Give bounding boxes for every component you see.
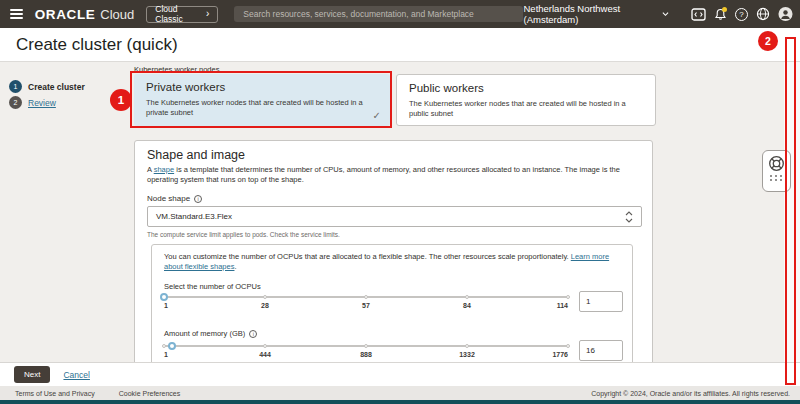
- worker-nodes-group-label: Kubernetes worker nodes: [134, 65, 219, 74]
- profile-avatar[interactable]: [778, 7, 793, 22]
- ocpu-slider[interactable]: [164, 292, 568, 301]
- top-navigation-bar: ORACLE Cloud Cloud Classic › Netherlands…: [0, 0, 800, 28]
- cancel-link[interactable]: Cancel: [63, 370, 89, 380]
- info-icon[interactable]: i: [249, 330, 257, 338]
- cloud-classic-label: Cloud Classic: [155, 4, 202, 24]
- memory-slider[interactable]: [164, 341, 568, 350]
- private-workers-description: The Kubernetes worker nodes that are cre…: [146, 98, 368, 117]
- select-chevrons-icon: [625, 210, 633, 226]
- page-title: Create cluster (quick): [16, 35, 178, 55]
- drag-handle-dots-icon[interactable]: [770, 175, 783, 181]
- region-selector[interactable]: Netherlands Northwest (Amsterdam): [523, 3, 668, 25]
- node-shape-select[interactable]: VM.Standard.E3.Flex: [147, 206, 642, 227]
- node-shape-value: VM.Standard.E3.Flex: [156, 212, 232, 221]
- chevron-right-icon: ›: [206, 10, 209, 18]
- notifications-bell-icon[interactable]: [714, 7, 727, 22]
- hamburger-menu-icon[interactable]: [10, 9, 23, 19]
- info-icon[interactable]: i: [194, 195, 202, 203]
- service-limit-note: The compute service limit applies to pod…: [147, 231, 340, 238]
- wizard-stepper: 1 Create cluster 2 Review: [9, 80, 85, 112]
- memory-slider-handle[interactable]: [168, 342, 176, 350]
- step-2-link[interactable]: Review: [28, 98, 56, 108]
- brand-cloud: Cloud: [100, 7, 134, 22]
- cloud-classic-button[interactable]: Cloud Classic ›: [146, 6, 218, 23]
- stepper-item-create-cluster[interactable]: 1 Create cluster: [9, 80, 85, 93]
- copyright-text: Copyright © 2024, Oracle and/or its affi…: [591, 390, 790, 397]
- wizard-action-bar: Next Cancel: [0, 362, 800, 386]
- topbar-right-controls: Netherlands Northwest (Amsterdam): [523, 3, 793, 25]
- flexible-shape-panel: You can customize the number of OCPUs th…: [151, 244, 633, 362]
- oracle-cloud-logo[interactable]: ORACLE Cloud: [35, 7, 135, 22]
- chevron-down-icon: [662, 11, 669, 17]
- private-workers-card[interactable]: Private workers The Kubernetes worker no…: [134, 74, 390, 126]
- ocpu-slider-handle[interactable]: [160, 293, 168, 301]
- flexible-shape-note: You can customize the number of OCPUs th…: [164, 252, 616, 272]
- terms-link[interactable]: Terms of Use and Privacy: [15, 390, 95, 397]
- language-globe-icon[interactable]: [756, 7, 770, 22]
- step-1-label: Create cluster: [28, 82, 85, 92]
- page-header: Create cluster (quick): [0, 28, 800, 62]
- next-button[interactable]: Next: [14, 366, 50, 383]
- node-shape-label: Node shape i: [147, 194, 202, 203]
- cookie-preferences-link[interactable]: Cookie Preferences: [119, 390, 180, 397]
- bottom-edge-strip: [0, 400, 800, 404]
- step-2-circle: 2: [9, 96, 22, 109]
- ocpu-slider-label: Select the number of OCPUs: [164, 282, 261, 291]
- memory-tick-labels: 1 444 888 1332 1776: [164, 351, 568, 360]
- stepper-item-review[interactable]: 2 Review: [9, 96, 85, 109]
- cloud-shell-icon[interactable]: [691, 7, 706, 22]
- search-input[interactable]: [234, 6, 523, 22]
- shape-and-image-section: Shape and image A shape is a template th…: [134, 140, 653, 362]
- memory-value-input[interactable]: [579, 340, 623, 361]
- ocpu-tick-labels: 1 28 57 84 114: [164, 302, 568, 311]
- support-chat-widget[interactable]: [762, 150, 791, 192]
- shape-section-title: Shape and image: [147, 148, 245, 162]
- public-workers-description: The Kubernetes worker nodes that are cre…: [409, 99, 633, 118]
- memory-slider-label: Amount of memory (GB) i: [164, 329, 257, 338]
- oracle-cloud-console: ORACLE Cloud Cloud Classic › Netherlands…: [0, 0, 800, 404]
- life-ring-icon: [768, 155, 785, 172]
- main-content: 1 Create cluster 2 Review Kubernetes wor…: [0, 62, 800, 362]
- shape-link[interactable]: shape: [154, 165, 174, 174]
- ocpu-value-input[interactable]: [579, 291, 623, 312]
- region-label: Netherlands Northwest (Amsterdam): [523, 3, 657, 25]
- help-icon[interactable]: ?: [735, 7, 748, 22]
- page-footer: Terms of Use and Privacy Cookie Preferen…: [0, 386, 800, 400]
- notification-badge-dot: [722, 7, 727, 12]
- brand-oracle: ORACLE: [35, 7, 96, 22]
- selected-checkmark-icon: ✓: [373, 110, 381, 121]
- shape-intro-text: A shape is a template that determines th…: [147, 165, 633, 185]
- step-1-circle: 1: [9, 80, 22, 93]
- private-workers-title: Private workers: [146, 81, 225, 93]
- public-workers-title: Public workers: [409, 82, 484, 94]
- public-workers-card[interactable]: Public workers The Kubernetes worker nod…: [396, 74, 656, 126]
